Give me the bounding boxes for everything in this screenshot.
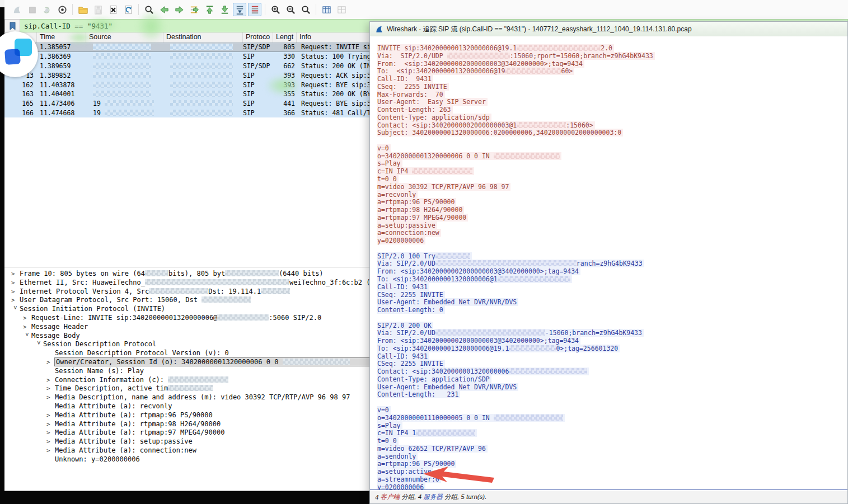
display-tables-button[interactable] (335, 3, 348, 16)
stream-text: User-Agent: Embedded Net DVR/NVR/DVS (377, 298, 518, 306)
expander-open-icon[interactable]: > (12, 306, 19, 314)
stop-capture-button[interactable] (25, 3, 39, 16)
text-segment: Session Name (s): Play (55, 367, 144, 375)
text-segment: a=setup:passive (377, 222, 435, 229)
stream-text: CSeq: 2255 INVITE (377, 360, 445, 368)
capture-options-button[interactable] (55, 3, 69, 16)
stream-text: s=Play (377, 422, 402, 430)
cell-c-time: 11.403878 (37, 81, 86, 89)
column-header-destination[interactable]: Destination (163, 32, 243, 43)
toolbar-separator (265, 4, 265, 15)
expander-icon[interactable]: > (46, 394, 55, 401)
redacted-text (517, 45, 601, 51)
expander-icon[interactable]: > (11, 279, 20, 286)
detail-text: Time Description, active tim (55, 384, 213, 392)
expander-open-icon[interactable]: > (35, 341, 43, 350)
stream-text: To: <sip:34020000001320000006@19.10>;tag… (377, 345, 620, 352)
redaction-smudge (66, 31, 93, 44)
main-toolbar (4, 0, 848, 20)
screen-notch (0, 0, 4, 7)
status-text: 4 (375, 494, 381, 501)
stream-line-server: s=Play (377, 422, 844, 430)
auto-scroll-button[interactable] (233, 3, 246, 16)
stream-line-client: Via: SIP/2.0/UDP :15060;rport=15060;bran… (377, 52, 844, 60)
detail-text: Media Attribute (a): rtpmap:97 MPEG4/900… (55, 428, 224, 436)
expander-icon[interactable]: > (11, 288, 20, 295)
go-last-packet-button[interactable] (218, 3, 231, 16)
resize-columns-button[interactable] (320, 3, 333, 16)
stream-line-client: a=connection:new (377, 229, 844, 237)
cell-source (86, 90, 163, 98)
expander-icon[interactable]: > (23, 323, 31, 331)
stream-line-server: Contact: <sip:34020000001320000006 (377, 368, 844, 375)
expander-open-icon[interactable]: > (24, 332, 31, 341)
text-segment: :5060 SIP/2.0 (269, 314, 321, 322)
status-text: 分组, 5 turn(s). (443, 493, 487, 501)
text-segment: Call-ID: 9431 (377, 352, 428, 360)
close-file-button[interactable] (106, 3, 120, 16)
save-file-button[interactable] (91, 3, 105, 16)
stream-text: To: <sip:34020000001320000006@1 (377, 275, 572, 283)
stream-line-server: From: <sip:34020000002000000003@34020000… (377, 337, 844, 345)
expander-icon[interactable]: > (11, 296, 20, 304)
column-header-protocol[interactable]: Protoco (243, 32, 273, 43)
expander-icon[interactable]: > (46, 359, 55, 366)
cell-source (86, 43, 163, 51)
expander-icon[interactable]: > (46, 421, 55, 428)
expander-icon[interactable]: > (46, 376, 55, 384)
cell-source (86, 81, 163, 89)
detail-text: Media Attribute (a): rtpmap:98 H264/9000… (55, 420, 221, 428)
status-text: 分组, 4 (400, 493, 423, 501)
stream-text: Content-Type: application/SDP (377, 375, 491, 383)
stream-line-client: Call-ID: 9431 (377, 75, 844, 83)
stream-text: User-Agent: Easy SIP Server (377, 98, 488, 106)
text-segment: Connection Information (c): (55, 376, 168, 384)
detail-text: Ethernet II, Src: HuaweiTechno_weiTechno… (20, 279, 402, 286)
stream-line-server: Via: SIP/2.0/UD-15060;branch=z9hG4bK9433 (377, 329, 844, 337)
go-to-packet-button[interactable] (188, 3, 201, 16)
text-segment: Dst: 19.114.1 (208, 288, 261, 295)
stream-text: s=Play (377, 159, 402, 167)
text-segment: Via: SIP/2.0/UD (377, 329, 435, 337)
stream-content[interactable]: INVITE sip:34020000001320000006@19.12.0V… (370, 36, 847, 490)
colorize-packets-button[interactable] (248, 3, 261, 16)
stream-line-server: a=sendonly (377, 453, 844, 460)
stream-line-client: CSeq: 2255 INVITE (377, 83, 844, 91)
open-file-button[interactable] (76, 3, 90, 16)
stream-line-client: s=Play (377, 159, 844, 167)
redacted-text (517, 122, 566, 128)
redacted-source (93, 82, 151, 88)
stream-text: m=video 62652 TCP/RTP/AVP 96 (377, 445, 488, 453)
reload-file-button[interactable] (121, 3, 135, 16)
zoom-out-button[interactable] (284, 3, 297, 16)
redacted-destination (170, 91, 233, 97)
stream-text: Contact: <sip:34020000002000000003@1:150… (377, 121, 595, 129)
expander-icon[interactable]: > (46, 447, 55, 454)
stream-text: Content-Length: 0 (377, 306, 445, 314)
column-header-length[interactable]: Lengt (273, 32, 297, 43)
text-segment: a=rtpmap:98 H264/90000 (377, 206, 462, 214)
stream-text: From: <sip:34020000002000000003@34020000… (377, 267, 580, 275)
text-segment: From: <sip:34020000002000000003@34020000… (377, 267, 579, 275)
restart-capture-button[interactable] (40, 3, 54, 16)
zoom-original-button[interactable] (299, 3, 312, 16)
cell-c-proto: SIP (243, 72, 273, 79)
text-segment: Contact: <sip:34020000001320000006 (377, 368, 509, 375)
stream-text: Max-Forwards: 70 (377, 91, 445, 98)
go-forward-button[interactable] (172, 3, 186, 16)
stream-status-bar: 4 客户端 分组, 4 服务器 分组, 5 turn(s). (370, 491, 847, 503)
expander-icon[interactable]: > (46, 385, 55, 392)
filter-bookmark-button[interactable] (4, 19, 20, 32)
stream-text: Via: SIP/2.0/UDranch=z9hG4bK9433 (377, 260, 644, 267)
text-segment: CSeq: 2255 INVITE (377, 291, 443, 299)
redacted-source (93, 44, 151, 50)
redacted-text (494, 414, 563, 421)
expander-icon[interactable]: > (11, 270, 20, 277)
expander-icon[interactable]: > (46, 412, 55, 419)
expander-icon[interactable]: > (23, 314, 31, 322)
expander-icon[interactable]: > (46, 429, 55, 436)
expander-icon[interactable]: > (46, 438, 55, 445)
go-first-packet-button[interactable] (203, 3, 216, 16)
zoom-in-button[interactable] (269, 3, 282, 16)
start-capture-button[interactable] (10, 3, 24, 16)
